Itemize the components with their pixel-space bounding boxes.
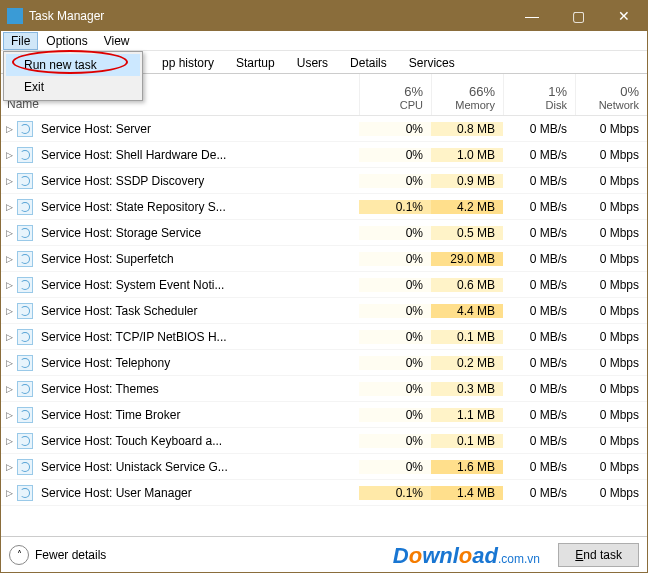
service-icon — [17, 225, 33, 241]
expand-icon[interactable]: ▷ — [1, 306, 17, 316]
cell-memory: 1.0 MB — [431, 148, 503, 162]
expand-icon[interactable]: ▷ — [1, 202, 17, 212]
cell-network: 0 Mbps — [575, 278, 647, 292]
cell-cpu: 0.1% — [359, 486, 431, 500]
cell-cpu: 0.1% — [359, 200, 431, 214]
menu-view[interactable]: View — [96, 32, 138, 50]
menu-exit[interactable]: Exit — [6, 76, 140, 98]
tab-users[interactable]: Users — [286, 52, 339, 73]
cell-memory: 0.6 MB — [431, 278, 503, 292]
expand-icon[interactable]: ▷ — [1, 410, 17, 420]
window-title: Task Manager — [29, 9, 509, 23]
cell-cpu: 0% — [359, 252, 431, 266]
process-name: Service Host: Time Broker — [39, 408, 359, 422]
process-name: Service Host: Telephony — [39, 356, 359, 370]
expand-icon[interactable]: ▷ — [1, 228, 17, 238]
maximize-button[interactable]: ▢ — [555, 1, 601, 31]
service-icon — [17, 459, 33, 475]
process-row[interactable]: ▷Service Host: SSDP Discovery0%0.9 MB0 M… — [1, 168, 647, 194]
expand-icon[interactable]: ▷ — [1, 462, 17, 472]
expand-icon[interactable]: ▷ — [1, 332, 17, 342]
process-row[interactable]: ▷Service Host: Themes0%0.3 MB0 MB/s0 Mbp… — [1, 376, 647, 402]
process-row[interactable]: ▷Service Host: Touch Keyboard a...0%0.1 … — [1, 428, 647, 454]
service-icon — [17, 199, 33, 215]
cell-network: 0 Mbps — [575, 148, 647, 162]
cell-disk: 0 MB/s — [503, 486, 575, 500]
service-icon — [17, 121, 33, 137]
menu-options[interactable]: Options — [38, 32, 95, 50]
tab-startup[interactable]: Startup — [225, 52, 286, 73]
titlebar[interactable]: Task Manager — ▢ ✕ — [1, 1, 647, 31]
expand-icon[interactable]: ▷ — [1, 254, 17, 264]
header-disk[interactable]: 1% Disk — [503, 74, 575, 115]
process-row[interactable]: ▷Service Host: Shell Hardware De...0%1.0… — [1, 142, 647, 168]
service-icon — [17, 355, 33, 371]
service-icon — [17, 303, 33, 319]
cell-memory: 0.2 MB — [431, 356, 503, 370]
cell-memory: 1.4 MB — [431, 486, 503, 500]
process-list: ▷Service Host: Server0%0.8 MB0 MB/s0 Mbp… — [1, 116, 647, 536]
process-row[interactable]: ▷Service Host: Task Scheduler0%4.4 MB0 M… — [1, 298, 647, 324]
cell-memory: 4.2 MB — [431, 200, 503, 214]
expand-icon[interactable]: ▷ — [1, 358, 17, 368]
expand-icon[interactable]: ▷ — [1, 150, 17, 160]
cell-disk: 0 MB/s — [503, 356, 575, 370]
expand-icon[interactable]: ▷ — [1, 488, 17, 498]
service-icon — [17, 433, 33, 449]
process-row[interactable]: ▷Service Host: Server0%0.8 MB0 MB/s0 Mbp… — [1, 116, 647, 142]
header-cpu[interactable]: 6% CPU — [359, 74, 431, 115]
cell-network: 0 Mbps — [575, 460, 647, 474]
cell-memory: 1.6 MB — [431, 460, 503, 474]
process-name: Service Host: Server — [39, 122, 359, 136]
process-name: Service Host: TCP/IP NetBIOS H... — [39, 330, 359, 344]
cell-network: 0 Mbps — [575, 408, 647, 422]
process-row[interactable]: ▷Service Host: State Repository S...0.1%… — [1, 194, 647, 220]
cell-disk: 0 MB/s — [503, 434, 575, 448]
end-task-button[interactable]: End task — [558, 543, 639, 567]
menu-file[interactable]: File — [3, 32, 38, 50]
expand-icon[interactable]: ▷ — [1, 176, 17, 186]
menu-run-new-task[interactable]: Run new task — [6, 54, 140, 76]
cell-cpu: 0% — [359, 356, 431, 370]
expand-icon[interactable]: ▷ — [1, 124, 17, 134]
cell-cpu: 0% — [359, 330, 431, 344]
fewer-details-button[interactable]: ˄ Fewer details — [9, 545, 106, 565]
close-button[interactable]: ✕ — [601, 1, 647, 31]
cell-disk: 0 MB/s — [503, 148, 575, 162]
service-icon — [17, 147, 33, 163]
process-row[interactable]: ▷Service Host: System Event Noti...0%0.6… — [1, 272, 647, 298]
cell-network: 0 Mbps — [575, 356, 647, 370]
service-icon — [17, 277, 33, 293]
process-row[interactable]: ▷Service Host: Unistack Service G...0%1.… — [1, 454, 647, 480]
cell-memory: 0.3 MB — [431, 382, 503, 396]
process-row[interactable]: ▷Service Host: Telephony0%0.2 MB0 MB/s0 … — [1, 350, 647, 376]
cell-network: 0 Mbps — [575, 486, 647, 500]
process-row[interactable]: ▷Service Host: User Manager0.1%1.4 MB0 M… — [1, 480, 647, 506]
tab-details[interactable]: Details — [339, 52, 398, 73]
expand-icon[interactable]: ▷ — [1, 384, 17, 394]
header-memory[interactable]: 66% Memory — [431, 74, 503, 115]
cell-cpu: 0% — [359, 434, 431, 448]
service-icon — [17, 329, 33, 345]
service-icon — [17, 407, 33, 423]
cell-cpu: 0% — [359, 226, 431, 240]
expand-icon[interactable]: ▷ — [1, 280, 17, 290]
process-name: Service Host: User Manager — [39, 486, 359, 500]
cell-network: 0 Mbps — [575, 122, 647, 136]
process-row[interactable]: ▷Service Host: Superfetch0%29.0 MB0 MB/s… — [1, 246, 647, 272]
watermark: Download.com.vn — [393, 543, 540, 569]
minimize-button[interactable]: — — [509, 1, 555, 31]
cell-network: 0 Mbps — [575, 174, 647, 188]
header-network[interactable]: 0% Network — [575, 74, 647, 115]
service-icon — [17, 485, 33, 501]
process-row[interactable]: ▷Service Host: Time Broker0%1.1 MB0 MB/s… — [1, 402, 647, 428]
process-row[interactable]: ▷Service Host: Storage Service0%0.5 MB0 … — [1, 220, 647, 246]
process-row[interactable]: ▷Service Host: TCP/IP NetBIOS H...0%0.1 … — [1, 324, 647, 350]
service-icon — [17, 173, 33, 189]
tab-services[interactable]: Services — [398, 52, 466, 73]
tab-app-history[interactable]: pp history — [151, 52, 225, 73]
cell-network: 0 Mbps — [575, 200, 647, 214]
process-name: Service Host: Touch Keyboard a... — [39, 434, 359, 448]
expand-icon[interactable]: ▷ — [1, 436, 17, 446]
process-name: Service Host: Storage Service — [39, 226, 359, 240]
